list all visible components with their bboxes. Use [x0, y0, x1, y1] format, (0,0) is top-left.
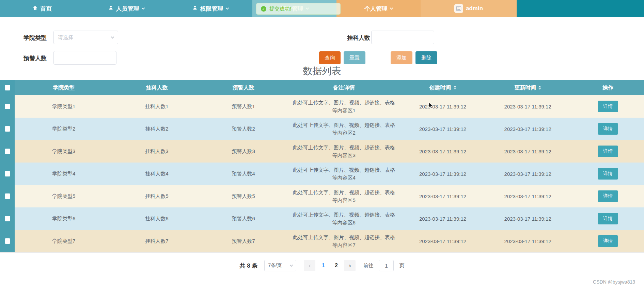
nav-personnel-label: 人员管理 [116, 5, 139, 13]
header-updated-time: 更新时间 [484, 80, 572, 95]
cell-fail-count: 挂科人数3 [113, 140, 201, 163]
goto-label: 前往 [363, 262, 373, 269]
watermark: CSDN @bysjwa813 [593, 279, 635, 285]
detail-button[interactable]: 详情 [598, 235, 618, 247]
select-all-checkbox[interactable] [5, 85, 10, 90]
cell-fail-count: 挂科人数7 [113, 230, 201, 252]
detail-button[interactable]: 详情 [598, 213, 618, 224]
row-checkbox-cell [0, 140, 15, 163]
cell-created-time: 2023-03-17 11:39:12 [402, 95, 484, 118]
sort-desc-icon[interactable] [454, 88, 456, 90]
cell-note: 此处可上传文字、图片、视频、超链接、表格等内容区3 [286, 140, 402, 163]
college-type-select[interactable]: 请选择 [53, 31, 118, 44]
sort-icons[interactable] [538, 86, 541, 90]
page-size-value: 7条/页 [268, 262, 282, 269]
cell-fail-count: 挂科人数5 [113, 185, 201, 207]
cell-note: 此处可上传文字、图片、视频、超链接、表格等内容区7 [286, 230, 402, 252]
page-button-2[interactable]: 2 [331, 260, 341, 271]
pagination-bar: 共 8 条 7条/页 ‹ 1 2 › 前往 页 [0, 260, 644, 271]
reset-button[interactable]: 重置 [344, 51, 365, 64]
cell-updated-time: 2023-03-17 11:39:12 [484, 185, 572, 207]
cell-operation: 详情 [572, 118, 644, 140]
header-created-label: 创建时间 [429, 84, 451, 91]
query-button[interactable]: 查询 [319, 51, 341, 64]
cell-note: 此处可上传文字、图片、视频、超链接、表格等内容区2 [286, 118, 402, 140]
sort-desc-icon[interactable] [538, 88, 541, 90]
nav-personnel-management[interactable]: 人员管理 [84, 0, 168, 17]
sort-asc-icon[interactable] [538, 86, 541, 87]
nav-admin-account[interactable]: admin [421, 0, 517, 17]
row-checkbox[interactable] [5, 171, 10, 176]
cell-warning-count: 预警人数7 [201, 230, 286, 252]
cell-note: 此处可上传文字、图片、视频、超链接、表格等内容区4 [286, 163, 402, 185]
detail-button[interactable]: 详情 [598, 101, 618, 112]
detail-button[interactable]: 详情 [598, 123, 618, 135]
sort-asc-icon[interactable] [454, 86, 456, 87]
cell-updated-time: 2023-03-17 11:39:12 [484, 95, 572, 118]
chevron-down-icon [390, 6, 393, 10]
note-text: 此处可上传文字、图片、视频、超链接、表格等内容区7 [291, 233, 397, 249]
cell-updated-time: 2023-03-17 11:39:12 [484, 163, 572, 185]
table-row: 学院类型5 挂科人数5 预警人数5 此处可上传文字、图片、视频、超链接、表格等内… [0, 185, 644, 207]
nav-permission-management[interactable]: 权限管理 [168, 0, 252, 17]
cell-updated-time: 2023-03-17 11:39:12 [484, 140, 572, 163]
row-checkbox[interactable] [5, 126, 10, 132]
nav-home[interactable]: 首页 [0, 0, 84, 17]
table-body: 学院类型1 挂科人数1 预警人数1 此处可上传文字、图片、视频、超链接、表格等内… [0, 95, 644, 252]
college-type-label: 学院类型 [23, 34, 47, 42]
cell-note: 此处可上传文字、图片、视频、超链接、表格等内容区5 [286, 185, 402, 207]
row-checkbox[interactable] [5, 193, 10, 199]
sort-icons[interactable] [454, 86, 456, 90]
list-title: 数据列表 [0, 65, 644, 78]
table-row: 学院类型1 挂科人数1 预警人数1 此处可上传文字、图片、视频、超链接、表格等内… [0, 95, 644, 118]
page-size-select[interactable]: 7条/页 [264, 260, 296, 271]
user-icon [192, 5, 198, 12]
cell-warning-count: 预警人数5 [201, 185, 286, 207]
cell-updated-time: 2023-03-17 11:39:12 [484, 207, 572, 230]
cell-warning-count: 预警人数6 [201, 207, 286, 230]
home-icon [32, 5, 38, 12]
delete-button[interactable]: 删除 [415, 51, 437, 64]
detail-button[interactable]: 详情 [598, 190, 618, 202]
cell-created-time: 2023-03-17 11:39:12 [402, 118, 484, 140]
fail-count-input[interactable] [371, 31, 434, 44]
row-checkbox[interactable] [5, 104, 10, 109]
user-icon [108, 5, 113, 12]
row-checkbox-cell [0, 230, 15, 252]
cell-college-type: 学院类型3 [15, 140, 112, 163]
cell-updated-time: 2023-03-17 11:39:12 [484, 118, 572, 140]
warning-count-label: 预警人数 [23, 54, 47, 62]
nav-personal-management[interactable]: 个人管理 [336, 0, 421, 17]
header-fail-count: 挂科人数 [113, 80, 201, 95]
table-row: 学院类型6 挂科人数6 预警人数6 此处可上传文字、图片、视频、超链接、表格等内… [0, 207, 644, 230]
cell-college-type: 学院类型7 [15, 230, 112, 252]
chevron-down-icon [290, 263, 293, 267]
detail-button[interactable]: 详情 [598, 168, 618, 180]
table-row: 学院类型2 挂科人数2 预警人数2 此处可上传文字、图片、视频、超链接、表格等内… [0, 118, 644, 140]
table-header-row: 学院类型 挂科人数 预警人数 备注详情 创建时间 更新时间 操作 [0, 80, 644, 95]
header-operation: 操作 [572, 80, 644, 95]
row-checkbox[interactable] [5, 149, 10, 154]
header-note: 备注详情 [286, 80, 402, 95]
row-checkbox-cell [0, 185, 15, 207]
goto-page-input[interactable] [379, 260, 394, 271]
nav-home-label: 首页 [41, 5, 52, 13]
row-checkbox[interactable] [5, 216, 10, 221]
add-button[interactable]: 添加 [391, 51, 412, 64]
chevron-down-icon [141, 6, 145, 10]
cell-created-time: 2023-03-17 11:39:12 [402, 185, 484, 207]
prev-page-button[interactable]: ‹ [304, 260, 315, 271]
cell-college-type: 学院类型1 [15, 95, 112, 118]
warning-count-input[interactable] [53, 51, 116, 65]
note-text: 此处可上传文字、图片、视频、超链接、表格等内容区4 [291, 166, 397, 182]
cell-created-time: 2023-03-17 11:39:12 [402, 140, 484, 163]
detail-button[interactable]: 详情 [598, 146, 618, 157]
next-page-button[interactable]: › [344, 260, 356, 271]
note-text: 此处可上传文字、图片、视频、超链接、表格等内容区3 [291, 143, 397, 159]
table-row: 学院类型4 挂科人数4 预警人数4 此处可上传文字、图片、视频、超链接、表格等内… [0, 163, 644, 185]
nav-admin-label: admin [466, 5, 483, 12]
row-checkbox-cell [0, 118, 15, 140]
row-checkbox[interactable] [5, 238, 10, 244]
data-table: 学院类型 挂科人数 预警人数 备注详情 创建时间 更新时间 操作 [0, 80, 644, 253]
page-button-1[interactable]: 1 [318, 260, 328, 271]
